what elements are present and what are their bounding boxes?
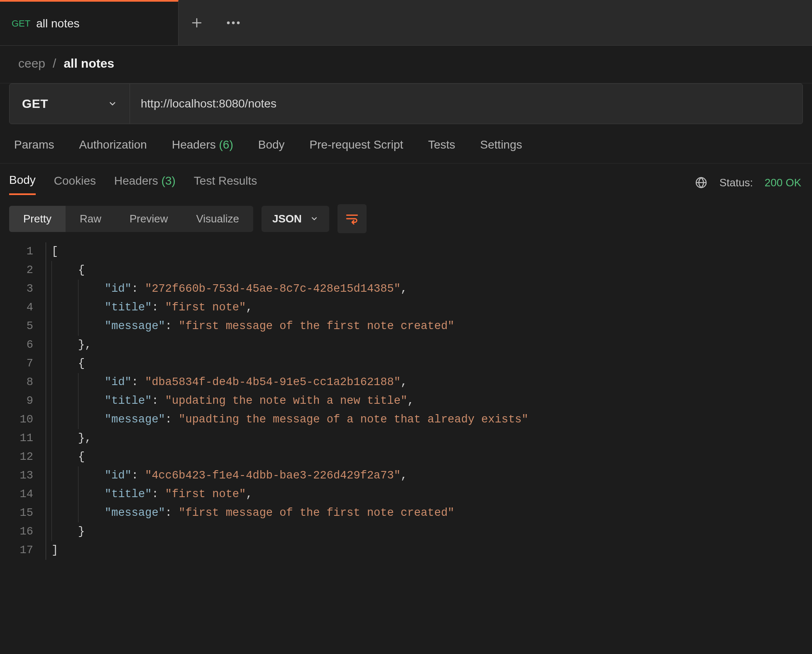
wrap-lines-button[interactable] [338, 204, 367, 233]
plus-icon [191, 17, 203, 29]
response-tab-headers[interactable]: Headers (3) [114, 171, 176, 194]
response-tab-headers-count: (3) [161, 174, 176, 187]
http-method-label: GET [22, 97, 48, 111]
request-url-input[interactable]: http://localhost:8080/notes [130, 84, 802, 124]
response-header-row: Body Cookies Headers (3) Test Results St… [0, 164, 812, 195]
tab-method-label: GET [12, 18, 30, 29]
response-tab-body[interactable]: Body [9, 170, 36, 195]
response-status-block: Status: 200 OK [695, 176, 801, 189]
body-format-label: JSON [272, 212, 302, 225]
chevron-down-icon [310, 215, 318, 223]
tab-body[interactable]: Body [258, 138, 285, 151]
svg-point-2 [237, 22, 240, 24]
tab-authorization[interactable]: Authorization [79, 138, 147, 151]
view-pretty[interactable]: Pretty [9, 206, 66, 232]
breadcrumb-current: all notes [64, 56, 114, 71]
wrap-lines-icon [345, 212, 359, 226]
response-view-controls: Pretty Raw Preview Visualize JSON [0, 195, 812, 237]
view-preview[interactable]: Preview [115, 206, 182, 232]
body-format-select[interactable]: JSON [262, 206, 329, 232]
tab-params[interactable]: Params [14, 138, 54, 151]
chevron-down-icon [108, 99, 117, 108]
body-view-mode: Pretty Raw Preview Visualize [9, 206, 253, 232]
request-tab[interactable]: GET all notes [0, 0, 179, 45]
tab-tests[interactable]: Tests [428, 138, 455, 151]
more-horizontal-icon [226, 20, 241, 25]
globe-icon [695, 176, 708, 189]
request-url-text: http://localhost:8080/notes [141, 97, 276, 110]
tab-headers-label: Headers [172, 138, 216, 151]
tab-headers[interactable]: Headers (6) [172, 138, 233, 151]
tab-headers-count: (6) [219, 138, 233, 151]
tab-settings[interactable]: Settings [480, 138, 522, 151]
view-visualize[interactable]: Visualize [182, 206, 253, 232]
tab-prerequest[interactable]: Pre-request Script [310, 138, 404, 151]
new-tab-button[interactable] [179, 0, 215, 45]
svg-point-1 [232, 22, 235, 24]
network-icon[interactable] [695, 176, 708, 189]
request-row: GET http://localhost:8080/notes [9, 83, 803, 124]
response-tab-cookies[interactable]: Cookies [54, 171, 96, 194]
tab-bar: GET all notes [0, 0, 812, 46]
tab-title-label: all notes [36, 17, 79, 30]
request-config-tabs: Params Authorization Headers (6) Body Pr… [0, 134, 812, 164]
response-tabs: Body Cookies Headers (3) Test Results [9, 170, 257, 195]
breadcrumb-collection[interactable]: ceep [18, 56, 45, 71]
response-tab-test-results[interactable]: Test Results [194, 171, 257, 194]
view-raw[interactable]: Raw [66, 206, 115, 232]
response-tab-headers-label: Headers [114, 174, 158, 187]
status-value: 200 OK [765, 176, 801, 189]
tab-overflow-button[interactable] [215, 0, 252, 45]
response-body-viewer[interactable]: 1[2{3"id": "272f660b-753d-45ae-8c7c-428e… [0, 237, 812, 560]
svg-point-0 [227, 22, 230, 24]
breadcrumb: ceep / all notes [0, 46, 812, 83]
breadcrumb-separator: / [53, 56, 56, 71]
status-label: Status: [719, 176, 753, 189]
http-method-select[interactable]: GET [10, 84, 130, 124]
